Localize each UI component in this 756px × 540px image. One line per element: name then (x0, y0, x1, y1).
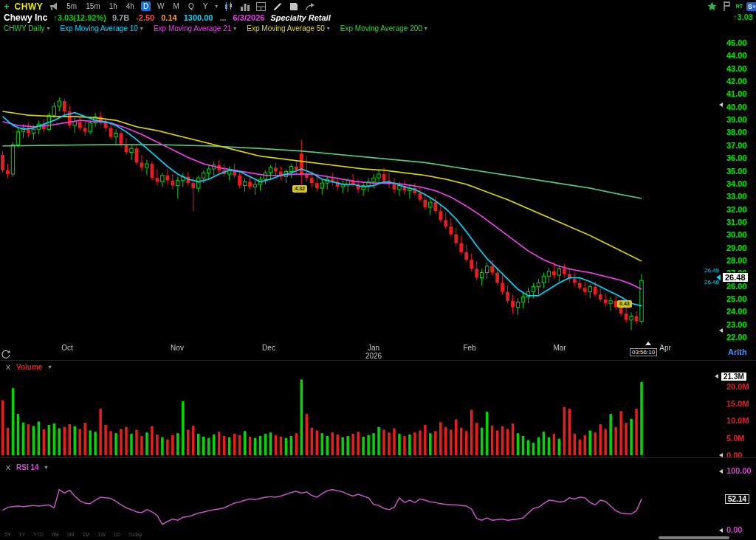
indicator-label-0: CHWY Daily (4, 24, 44, 32)
stream-badge[interactable]: S▾ (746, 2, 756, 11)
price-tick-label: 31.00 (726, 218, 747, 226)
price-tick-label: 29.00 (726, 243, 747, 252)
range-link-1Y[interactable]: 1Y (19, 532, 26, 537)
indicator-item-4[interactable]: Exp Moving Average 200▾ (340, 24, 427, 32)
indicator-caret-icon[interactable]: ▾ (425, 25, 427, 32)
price-tick-label: 23.00 (726, 320, 747, 329)
price-tick-label: 41.00 (726, 89, 747, 98)
indicator-caret-icon[interactable]: ▾ (327, 25, 330, 32)
quote-stat-5: 6/3/2026 (233, 13, 265, 22)
indicator-caret-icon[interactable]: ▾ (233, 25, 236, 32)
event-tag-1[interactable]: 0.43 (617, 300, 632, 308)
indicator-label-3: Exp Moving Average 50 (247, 24, 324, 32)
indicator-item-3[interactable]: Exp Moving Average 50▾ (247, 24, 329, 32)
range-link-Today[interactable]: Today (128, 532, 142, 537)
favorite-star-icon[interactable] (707, 1, 718, 11)
range-link-1M[interactable]: 1M (83, 532, 90, 537)
price-tick-label: 34.00 (726, 179, 747, 188)
volume-tick-label: 15.0M (726, 399, 749, 408)
time-label-year: 2026 (365, 352, 382, 360)
indicator-caret-icon[interactable]: ▾ (140, 25, 143, 32)
header-change-label: ↑3.03 (733, 13, 753, 21)
symbol-label[interactable]: CHWY (15, 1, 44, 12)
indicator-label-1: Exp Moving Average 10 (60, 24, 137, 32)
timeframe-button-W[interactable]: W (155, 1, 166, 11)
timeframe-button-5m[interactable]: 5m (64, 1, 79, 11)
quote-stat-1: -2.50 (136, 13, 154, 22)
time-label-Nov: Nov (171, 344, 184, 352)
ask-price-label: 26.49 (701, 267, 719, 274)
range-link-1W[interactable]: 1W (97, 532, 106, 537)
timeframe-button-Q[interactable]: Q (186, 1, 196, 11)
bar-chart-icon[interactable] (239, 1, 250, 11)
horizontal-scrollbar[interactable] (659, 536, 729, 539)
event-tag-0[interactable]: 4.32 (292, 185, 307, 193)
last-price-arrow-icon (716, 274, 721, 280)
timeframe-button-M[interactable]: M (171, 1, 182, 11)
last-price-box: 26.48 (722, 272, 749, 283)
rsi-caret-icon[interactable]: ▾ (45, 464, 48, 471)
quote-stats: 9.7B-2.500.141300.00...6/3/2026 (112, 13, 265, 22)
range-link-YTD[interactable]: YTD (33, 532, 44, 537)
indicator-bar: CHWY Daily▾Exp Moving Average 10▾Exp Mov… (0, 23, 756, 33)
price-tick-label: 22.00 (726, 333, 747, 342)
timeframe-button-1h[interactable]: 1h (107, 1, 120, 11)
timeframe-button-15m[interactable]: 15m (83, 1, 102, 11)
time-label-Jan: Jan (368, 344, 379, 352)
rsi-close-button[interactable]: X (6, 464, 10, 471)
scale-mode-label[interactable]: Arith (728, 347, 747, 356)
draw-pencil-icon[interactable] (272, 1, 283, 11)
flag-icon[interactable] (721, 1, 732, 11)
price-tick-label: 42.00 (726, 77, 747, 86)
indicator-item-1[interactable]: Exp Moving Average 10▾ (60, 24, 142, 32)
volume-title[interactable]: Volume (16, 363, 42, 371)
timeframe-button-4h[interactable]: 4h (124, 1, 137, 11)
add-symbol-button[interactable]: + (4, 1, 10, 11)
range-link-1D[interactable]: 1D (114, 532, 120, 537)
quote-stat-3: 1300.00 (184, 13, 213, 22)
rsi-current-box: 52.14 (725, 494, 749, 504)
volume-tick-label: 10.0M (726, 416, 749, 425)
rsi-marker-icon (719, 528, 723, 533)
notes-icon[interactable] (288, 1, 299, 11)
rsi-title[interactable]: RSI 14 (16, 463, 39, 471)
price-tick-label: 25.00 (726, 294, 747, 303)
volume-tick-label: 20.0M (726, 382, 749, 391)
volume-current-arrow-icon (715, 374, 718, 378)
indicator-item-2[interactable]: Exp Moving Average 21▾ (154, 24, 236, 32)
timeframe-more-caret[interactable]: ▾ (215, 3, 218, 10)
price-tick-label: 26.00 (726, 282, 747, 291)
volume-close-button[interactable]: X (6, 364, 10, 371)
session-marker-icon (645, 342, 651, 345)
price-tick-label: 36.00 (726, 153, 747, 162)
volume-caret-icon[interactable]: ▾ (48, 364, 51, 370)
sector-label: Specialty Retail (270, 13, 330, 22)
range-link-6M[interactable]: 6M (52, 532, 59, 537)
share-icon[interactable] (304, 1, 315, 11)
main-toolbar: + CHWY 5m15m1h4hDWMQY ▾ (0, 0, 756, 13)
candlestick-chart-type-icon[interactable] (223, 1, 234, 11)
range-link-5Y[interactable]: 5Y (4, 532, 11, 537)
layout-panels-icon[interactable] (255, 1, 267, 11)
chart-overlays: + CHWY 5m15m1h4hDWMQY ▾ (0, 0, 756, 540)
timeframe-button-D[interactable]: D (141, 1, 151, 11)
indicator-label-4: Exp Moving Average 200 (340, 24, 422, 32)
timeframe-button-Y[interactable]: Y (201, 1, 210, 11)
indicator-caret-icon[interactable]: ▾ (47, 25, 49, 32)
price-tick-label: 30.00 (726, 230, 747, 239)
realtime-label: RT (736, 4, 743, 9)
time-label-Dec: Dec (262, 344, 275, 352)
price-marker-icon (719, 328, 723, 333)
range-link-3M[interactable]: 3M (67, 532, 75, 537)
price-marker-icon (719, 103, 723, 107)
indicator-item-0[interactable]: CHWY Daily▾ (4, 24, 49, 32)
volume-tick-label: 5.0M (726, 434, 744, 443)
rsi-tick-label: 100.00 (726, 466, 752, 475)
company-name: Chewy Inc (4, 13, 47, 23)
announcements-icon[interactable] (48, 1, 59, 11)
time-label-Oct: Oct (61, 344, 73, 352)
price-tick-label: 44.00 (726, 51, 747, 60)
panel-separator (0, 360, 756, 361)
price-tick-label: 32.00 (726, 205, 747, 214)
volume-current-box: 21.3M (721, 372, 747, 381)
